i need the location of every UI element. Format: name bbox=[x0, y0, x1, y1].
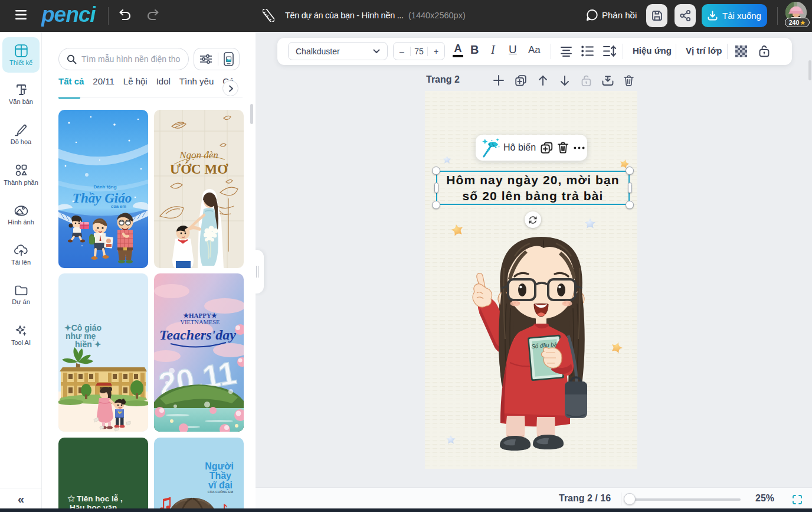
svg-text:vĩ đại: vĩ đại bbox=[208, 480, 233, 490]
svg-text:của em: của em bbox=[111, 204, 126, 209]
svg-text:hiền ✦: hiền ✦ bbox=[75, 340, 102, 349]
svg-text:CỦA CHÚNG EM: CỦA CHÚNG EM bbox=[208, 490, 234, 494]
svg-text:★HAPPY★: ★HAPPY★ bbox=[183, 312, 217, 319]
svg-text:Dành tặng: Dành tặng bbox=[93, 184, 116, 190]
svg-text:Người: Người bbox=[205, 461, 234, 471]
svg-text:ƯỚC MƠ: ƯỚC MƠ bbox=[170, 161, 228, 177]
svg-text:Teachers'day: Teachers'day bbox=[159, 327, 236, 343]
svg-text:✩ Tiên học lễ ,: ✩ Tiên học lễ , bbox=[67, 494, 123, 503]
svg-text:VIETNAMESE: VIETNAMESE bbox=[180, 319, 220, 325]
svg-text:Thầy: Thầy bbox=[209, 471, 231, 481]
svg-text:Ngọn đèn: Ngọn đèn bbox=[179, 149, 218, 161]
